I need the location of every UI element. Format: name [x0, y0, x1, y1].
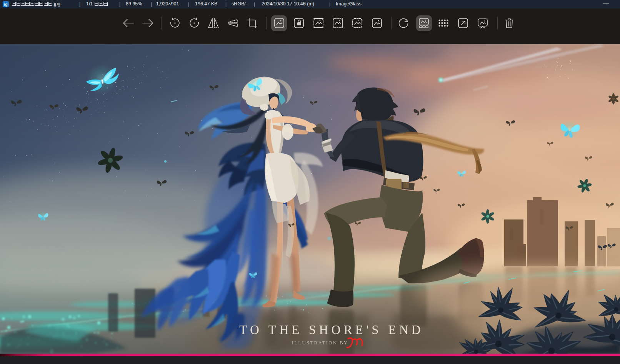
svg-text:ILLUSTRATION BY: ILLUSTRATION BY [292, 340, 348, 346]
svg-text:ig: ig [4, 2, 8, 7]
svg-text:TO THE SHORE'S END: TO THE SHORE'S END [239, 323, 424, 337]
